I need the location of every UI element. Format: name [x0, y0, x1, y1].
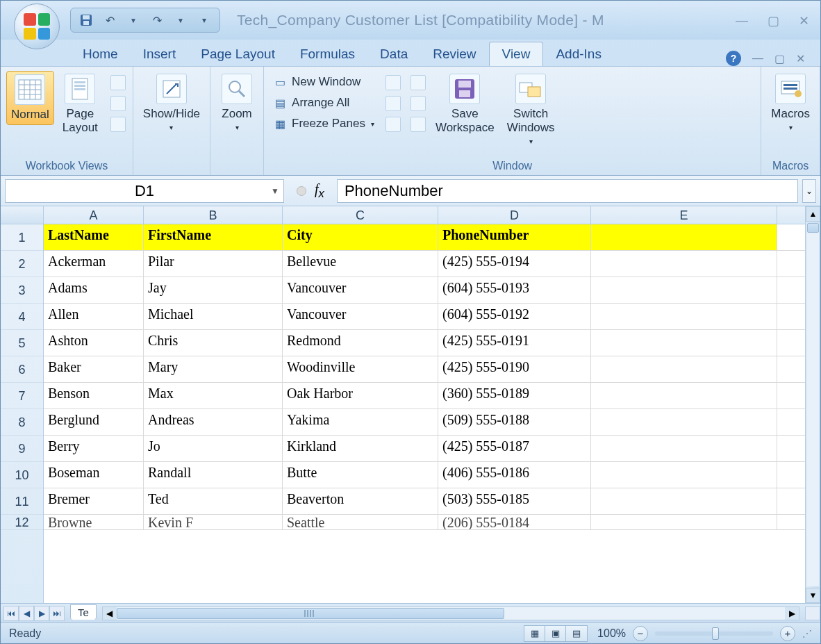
normal-shortcut-icon[interactable]: ▦	[524, 626, 545, 641]
window-group-label: Window	[269, 158, 755, 175]
first-sheet-icon[interactable]: ⏮	[3, 606, 19, 621]
sheet-tab[interactable]: Te	[70, 604, 97, 620]
ribbon-group-show-hide: Show/Hide ▾	[133, 67, 210, 175]
page-break-shortcut-icon[interactable]: ▤	[566, 626, 587, 641]
page-layout-view-button[interactable]: Page Layout	[58, 71, 102, 138]
row-header-11[interactable]: 11	[1, 488, 43, 515]
col-header-C[interactable]: C	[283, 206, 438, 224]
freeze-panes-button[interactable]: ▦Freeze Panes▾	[269, 115, 377, 132]
scroll-left-icon[interactable]: ◀	[103, 607, 117, 620]
next-sheet-icon[interactable]: ▶	[34, 606, 49, 621]
maximize-icon[interactable]: ▢	[768, 13, 779, 28]
row-header-12[interactable]: 12	[1, 515, 43, 530]
redo-icon[interactable]: ↷	[149, 12, 165, 28]
zoom-controls: 100% − +	[597, 626, 795, 641]
prev-sheet-icon[interactable]: ◀	[19, 606, 34, 621]
hide-button[interactable]	[385, 96, 401, 111]
help-icon[interactable]: ?	[726, 51, 741, 66]
row-header-9[interactable]: 9	[1, 436, 43, 462]
undo-dropdown-icon[interactable]: ▼	[125, 12, 142, 28]
fx-icon[interactable]: fx	[315, 181, 324, 201]
header-city[interactable]: City	[283, 224, 438, 250]
zoom-slider[interactable]	[655, 631, 773, 636]
redo-dropdown-icon[interactable]: ▼	[172, 12, 189, 28]
new-window-button[interactable]: ▭New Window	[269, 74, 377, 90]
view-side-by-side-button[interactable]	[410, 75, 426, 90]
formula-bar-expand-icon[interactable]: ⌄	[802, 179, 816, 203]
col-header-E[interactable]: E	[591, 206, 777, 224]
split-button[interactable]	[385, 75, 401, 90]
tab-data[interactable]: Data	[367, 42, 420, 66]
scroll-up-icon[interactable]: ▲	[806, 206, 820, 222]
tab-page-layout[interactable]: Page Layout	[188, 42, 288, 66]
namebox-dropdown-icon[interactable]: ▼	[271, 186, 279, 196]
tab-add-ins[interactable]: Add-Ins	[543, 42, 613, 66]
page-layout-shortcut-icon[interactable]: ▣	[545, 626, 566, 641]
reset-window-position-button[interactable]	[410, 117, 426, 132]
arrange-all-button[interactable]: ▤Arrange All	[269, 94, 377, 111]
horizontal-scrollbar[interactable]: ◀ ▶	[102, 606, 799, 620]
office-button[interactable]	[14, 3, 60, 49]
show-hide-button[interactable]: Show/Hide ▾	[139, 71, 204, 134]
tab-home[interactable]: Home	[70, 42, 131, 66]
cancel-formula-icon[interactable]	[297, 186, 306, 196]
tab-view[interactable]: View	[489, 42, 544, 66]
row-header-10[interactable]: 10	[1, 462, 43, 488]
row-header-5[interactable]: 5	[1, 330, 43, 356]
table-row: BerglundAndreasYakima(509) 555-0188	[44, 409, 805, 436]
switch-windows-button[interactable]: Switch Windows ▾	[503, 71, 559, 148]
zoom-button[interactable]: Zoom ▾	[216, 71, 258, 134]
row-header-1[interactable]: 1	[1, 224, 43, 251]
scroll-down-icon[interactable]: ▼	[806, 588, 820, 603]
vertical-scrollbar[interactable]: ▲ ▼	[805, 206, 820, 603]
name-box[interactable]: D1 ▼	[5, 179, 284, 203]
header-phonenumber[interactable]: PhoneNumber	[438, 224, 591, 250]
col-header-D[interactable]: D	[438, 206, 591, 224]
cell-empty[interactable]	[591, 224, 777, 250]
row-header-6[interactable]: 6	[1, 356, 43, 383]
qat-customize-icon[interactable]: ▾	[196, 12, 213, 28]
save-workspace-button[interactable]: Save Workspace	[431, 71, 499, 138]
col-header-B[interactable]: B	[144, 206, 283, 224]
scrollbar-track[interactable]	[807, 223, 819, 586]
zoom-out-button[interactable]: −	[633, 626, 648, 641]
select-all-corner[interactable]	[1, 206, 44, 224]
row-header-2[interactable]: 2	[1, 251, 43, 277]
undo-icon[interactable]: ↶	[101, 12, 118, 28]
ribbon-minimize-icon[interactable]: —	[752, 52, 763, 65]
full-screen-button[interactable]	[110, 117, 126, 132]
zoom-in-button[interactable]: +	[780, 626, 795, 641]
unhide-button[interactable]	[385, 117, 401, 132]
tab-formulas[interactable]: Formulas	[288, 42, 367, 66]
row-header-7[interactable]: 7	[1, 383, 43, 409]
row-header-8[interactable]: 8	[1, 409, 43, 436]
ribbon-close-icon[interactable]: ✕	[796, 52, 805, 65]
page-break-preview-button[interactable]	[110, 75, 126, 90]
cells[interactable]: LastName FirstName City PhoneNumber Acke…	[44, 224, 805, 603]
scrollbar-thumb[interactable]	[807, 223, 819, 233]
last-sheet-icon[interactable]: ⏭	[49, 606, 65, 621]
custom-views-button[interactable]	[110, 96, 126, 111]
tab-insert[interactable]: Insert	[131, 42, 189, 66]
hscroll-thumb[interactable]	[117, 608, 504, 619]
close-icon[interactable]: ✕	[799, 13, 809, 28]
save-icon[interactable]	[78, 12, 94, 28]
formula-input[interactable]: PhoneNumber	[337, 179, 798, 203]
synchronous-scrolling-button[interactable]	[410, 96, 426, 111]
hscroll-split-handle[interactable]	[805, 606, 820, 620]
row-header-3[interactable]: 3	[1, 277, 43, 304]
ribbon-restore-icon[interactable]: ▢	[774, 52, 785, 65]
macros-button[interactable]: Macros ▾	[767, 71, 814, 134]
resize-grip-icon[interactable]: ⋰	[802, 628, 812, 639]
tab-review[interactable]: Review	[420, 42, 488, 66]
header-lastname[interactable]: LastName	[44, 224, 144, 250]
header-firstname[interactable]: FirstName	[144, 224, 283, 250]
col-header-A[interactable]: A	[44, 206, 144, 224]
zoom-percent[interactable]: 100%	[597, 627, 626, 640]
show-hide-label: Show/Hide	[143, 107, 200, 121]
row-header-4[interactable]: 4	[1, 304, 43, 330]
zoom-slider-thumb[interactable]	[712, 627, 719, 640]
scroll-right-icon[interactable]: ▶	[785, 607, 799, 620]
minimize-icon[interactable]: —	[736, 13, 748, 28]
normal-view-button[interactable]: Normal	[6, 71, 54, 125]
